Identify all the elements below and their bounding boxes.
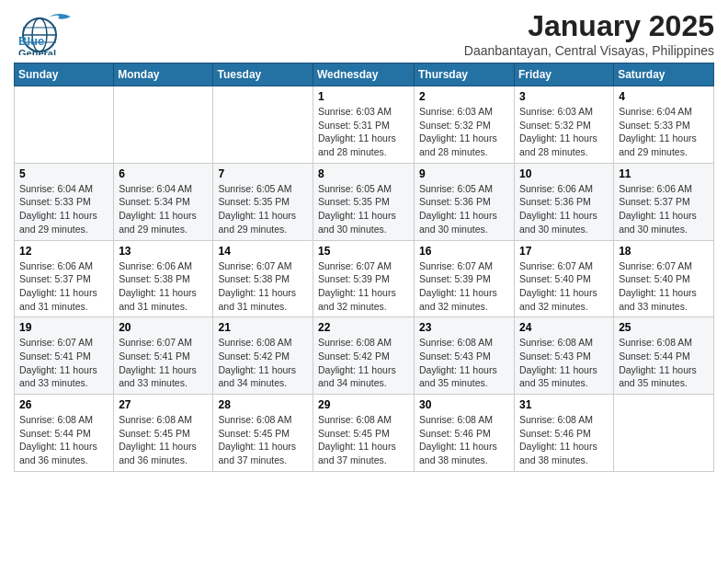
sunset-text: Sunset: 5:39 PM: [419, 273, 491, 284]
day-number: 24: [519, 321, 609, 334]
daylight-text: Daylight: 11 hours and 30 minutes.: [619, 210, 697, 235]
daylight-text: Daylight: 11 hours and 38 minutes.: [419, 441, 497, 465]
day-number: 2: [419, 90, 509, 103]
day-number: 16: [419, 245, 509, 258]
daylight-text: Daylight: 11 hours and 33 minutes.: [119, 364, 197, 389]
sunrise-text: Sunrise: 6:04 AM: [19, 183, 93, 194]
day-number: 8: [318, 167, 409, 180]
day-info: Sunrise: 6:08 AM Sunset: 5:46 PM Dayligh…: [519, 413, 609, 467]
calendar-week-row: 1 Sunrise: 6:03 AM Sunset: 5:31 PM Dayli…: [15, 86, 714, 164]
table-row: 25 Sunrise: 6:08 AM Sunset: 5:44 PM Dayl…: [614, 317, 714, 395]
day-info: Sunrise: 6:03 AM Sunset: 5:32 PM Dayligh…: [419, 105, 509, 159]
table-row: 17 Sunrise: 6:07 AM Sunset: 5:40 PM Dayl…: [515, 240, 614, 317]
table-row: 31 Sunrise: 6:08 AM Sunset: 5:46 PM Dayl…: [515, 395, 614, 472]
table-row: 11 Sunrise: 6:06 AM Sunset: 5:37 PM Dayl…: [614, 163, 714, 240]
calendar-header-row: Sunday Monday Tuesday Wednesday Thursday…: [15, 63, 714, 86]
calendar-week-row: 5 Sunrise: 6:04 AM Sunset: 5:33 PM Dayli…: [15, 163, 714, 240]
day-number: 5: [19, 167, 108, 180]
sunrise-text: Sunrise: 6:03 AM: [419, 106, 493, 117]
daylight-text: Daylight: 11 hours and 35 minutes.: [419, 364, 497, 389]
daylight-text: Daylight: 11 hours and 29 minutes.: [619, 132, 697, 157]
sunrise-text: Sunrise: 6:08 AM: [119, 414, 192, 425]
sunset-text: Sunset: 5:32 PM: [419, 120, 491, 131]
daylight-text: Daylight: 11 hours and 38 minutes.: [519, 441, 597, 465]
table-row: 19 Sunrise: 6:07 AM Sunset: 5:41 PM Dayl…: [15, 317, 114, 395]
sunset-text: Sunset: 5:35 PM: [318, 196, 390, 207]
day-number: 21: [218, 321, 308, 334]
daylight-text: Daylight: 11 hours and 34 minutes.: [318, 364, 396, 389]
sunset-text: Sunset: 5:45 PM: [218, 428, 290, 439]
day-info: Sunrise: 6:08 AM Sunset: 5:45 PM Dayligh…: [318, 413, 409, 467]
day-number: 13: [119, 245, 208, 258]
daylight-text: Daylight: 11 hours and 29 minutes.: [218, 210, 296, 235]
day-info: Sunrise: 6:08 AM Sunset: 5:42 PM Dayligh…: [318, 336, 409, 390]
day-info: Sunrise: 6:07 AM Sunset: 5:40 PM Dayligh…: [519, 259, 609, 314]
svg-text:General: General: [18, 48, 56, 55]
day-number: 31: [519, 398, 609, 411]
sunrise-text: Sunrise: 6:08 AM: [519, 414, 593, 425]
sunset-text: Sunset: 5:43 PM: [519, 350, 591, 362]
day-info: Sunrise: 6:06 AM Sunset: 5:36 PM Dayligh…: [519, 182, 609, 236]
day-info: Sunrise: 6:07 AM Sunset: 5:38 PM Dayligh…: [218, 259, 308, 314]
daylight-text: Daylight: 11 hours and 32 minutes.: [519, 287, 597, 312]
day-number: 10: [519, 167, 609, 180]
sunset-text: Sunset: 5:33 PM: [619, 120, 690, 131]
day-info: Sunrise: 6:08 AM Sunset: 5:43 PM Dayligh…: [419, 336, 509, 390]
sunrise-text: Sunrise: 6:06 AM: [519, 183, 593, 194]
calendar-week-row: 12 Sunrise: 6:06 AM Sunset: 5:37 PM Dayl…: [15, 240, 714, 317]
col-saturday: Saturday: [614, 63, 714, 86]
sunset-text: Sunset: 5:42 PM: [218, 350, 290, 362]
sunset-text: Sunset: 5:34 PM: [119, 196, 190, 207]
calendar-table: Sunday Monday Tuesday Wednesday Thursday…: [14, 63, 714, 472]
daylight-text: Daylight: 11 hours and 28 minutes.: [419, 132, 497, 157]
table-row: 23 Sunrise: 6:08 AM Sunset: 5:43 PM Dayl…: [415, 317, 515, 395]
sunrise-text: Sunrise: 6:06 AM: [119, 260, 192, 271]
sunset-text: Sunset: 5:43 PM: [419, 350, 491, 362]
table-row: 20 Sunrise: 6:07 AM Sunset: 5:41 PM Dayl…: [114, 317, 213, 395]
sunrise-text: Sunrise: 6:08 AM: [519, 337, 593, 348]
sunrise-text: Sunrise: 6:04 AM: [119, 183, 192, 194]
sunrise-text: Sunrise: 6:08 AM: [419, 414, 493, 425]
sunset-text: Sunset: 5:45 PM: [119, 428, 190, 439]
col-sunday: Sunday: [15, 63, 114, 86]
daylight-text: Daylight: 11 hours and 36 minutes.: [119, 441, 197, 465]
daylight-text: Daylight: 11 hours and 32 minutes.: [419, 287, 497, 312]
day-number: 18: [619, 245, 709, 258]
day-info: Sunrise: 6:07 AM Sunset: 5:41 PM Dayligh…: [119, 336, 208, 390]
daylight-text: Daylight: 11 hours and 33 minutes.: [619, 287, 697, 312]
day-info: Sunrise: 6:04 AM Sunset: 5:33 PM Dayligh…: [19, 182, 108, 236]
day-number: 4: [619, 90, 709, 103]
daylight-text: Daylight: 11 hours and 37 minutes.: [218, 441, 296, 465]
table-row: 18 Sunrise: 6:07 AM Sunset: 5:40 PM Dayl…: [614, 240, 714, 317]
day-number: 7: [218, 167, 308, 180]
sunrise-text: Sunrise: 6:08 AM: [619, 337, 692, 348]
daylight-text: Daylight: 11 hours and 35 minutes.: [519, 364, 597, 389]
day-number: 27: [119, 398, 208, 411]
sunset-text: Sunset: 5:31 PM: [318, 120, 390, 131]
daylight-text: Daylight: 11 hours and 28 minutes.: [519, 132, 597, 157]
day-number: 20: [119, 321, 208, 334]
sunrise-text: Sunrise: 6:08 AM: [318, 337, 392, 348]
day-number: 23: [419, 321, 509, 334]
sunset-text: Sunset: 5:37 PM: [19, 273, 91, 284]
sunset-text: Sunset: 5:46 PM: [519, 428, 591, 439]
sunset-text: Sunset: 5:46 PM: [419, 428, 491, 439]
logo-svg: General: [14, 9, 87, 55]
table-row: 24 Sunrise: 6:08 AM Sunset: 5:43 PM Dayl…: [515, 317, 614, 395]
daylight-text: Daylight: 11 hours and 31 minutes.: [19, 287, 97, 312]
sunrise-text: Sunrise: 6:06 AM: [19, 260, 93, 271]
logo: General Blue: [14, 9, 78, 50]
day-info: Sunrise: 6:08 AM Sunset: 5:45 PM Dayligh…: [218, 413, 308, 467]
sunset-text: Sunset: 5:37 PM: [619, 196, 690, 207]
col-monday: Monday: [114, 63, 213, 86]
day-number: 28: [218, 398, 308, 411]
sunrise-text: Sunrise: 6:07 AM: [218, 260, 291, 271]
table-row: [213, 86, 313, 164]
sunset-text: Sunset: 5:41 PM: [119, 350, 190, 362]
day-number: 11: [619, 167, 709, 180]
table-row: 28 Sunrise: 6:08 AM Sunset: 5:45 PM Dayl…: [213, 395, 313, 472]
day-info: Sunrise: 6:05 AM Sunset: 5:36 PM Dayligh…: [419, 182, 509, 236]
day-info: Sunrise: 6:05 AM Sunset: 5:35 PM Dayligh…: [318, 182, 409, 236]
sunrise-text: Sunrise: 6:07 AM: [19, 337, 93, 348]
table-row: 3 Sunrise: 6:03 AM Sunset: 5:32 PM Dayli…: [515, 86, 614, 164]
